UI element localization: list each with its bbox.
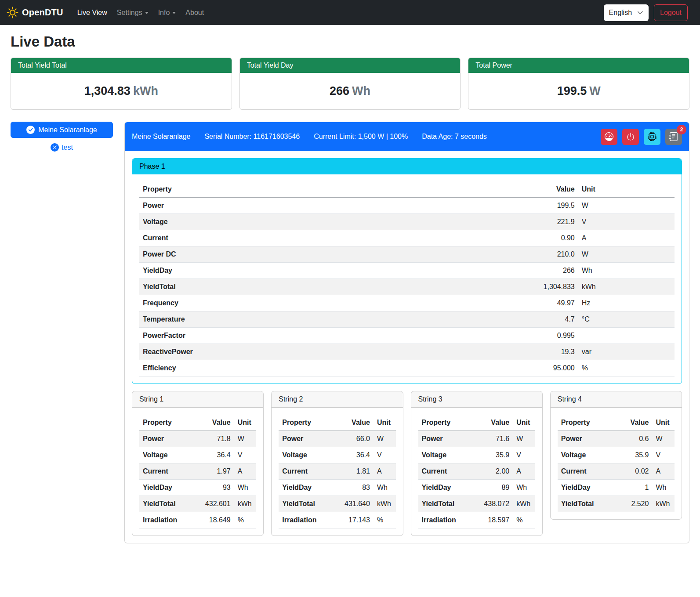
table-row: Irradiation 18.597 %	[418, 512, 535, 528]
x-circle-icon	[51, 143, 59, 152]
string-3-card: String 3 Property Value Unit	[411, 391, 543, 536]
phase-title: Phase 1	[132, 159, 682, 174]
card-unit: Wh	[352, 84, 370, 98]
table-row: PowerFactor 0.995	[139, 328, 675, 344]
inverter-item-label: test	[62, 144, 73, 152]
summary-cards: Total Yield Total 1,304.83kWh Total Yiel…	[11, 58, 689, 110]
event-count-badge: 2	[677, 125, 686, 134]
inverter-select-label: Meine Solaranlage	[38, 126, 97, 134]
table-row: YieldTotal 1,304.833 kWh	[139, 279, 675, 295]
check-circle-icon	[26, 126, 35, 134]
speedometer-icon	[605, 132, 613, 141]
table-row: YieldDay 93 Wh	[139, 480, 256, 496]
power-control-button[interactable]	[622, 129, 639, 145]
caret-down-icon	[172, 12, 176, 14]
table-row: YieldDay 83 Wh	[279, 480, 395, 496]
table-row: Power 71.8 W	[139, 431, 256, 447]
table-row: Current 0.90 A	[139, 230, 675, 246]
table-row: Power DC 210.0 W	[139, 246, 675, 263]
page-title: Live Data	[11, 33, 689, 50]
card-unit: kWh	[133, 84, 158, 98]
inverter-data-age: Data Age: 7 seconds	[422, 133, 487, 141]
table-row: Power 0.6 W	[558, 431, 675, 447]
inverter-limit: Current Limit: 1,500 W | 100%	[314, 133, 408, 141]
table-row: Irradiation 17.143 %	[279, 512, 395, 528]
brand-name: OpenDTU	[22, 7, 63, 18]
card-value: 199.5	[557, 84, 587, 98]
card-title: Total Yield Day	[240, 58, 461, 73]
card-total-yield-day: Total Yield Day 266Wh	[239, 58, 461, 110]
power-icon	[626, 132, 635, 141]
nav-live-view[interactable]: Live View	[74, 5, 111, 20]
logout-button[interactable]: Logout	[654, 4, 688, 21]
table-row: YieldDay 89 Wh	[418, 480, 535, 496]
table-row: Current 1.97 A	[139, 463, 256, 480]
table-row: Power 71.6 W	[418, 431, 535, 447]
table-row: Temperature 4.7 °C	[139, 311, 675, 328]
nav-settings[interactable]: Settings	[113, 5, 152, 20]
journal-text-icon	[669, 132, 678, 141]
table-row: Voltage 36.4 V	[139, 447, 256, 463]
string-1-table: Property Value Unit Power 71.	[139, 415, 256, 528]
inverter-card: Meine Solaranlage Serial Number: 1161716…	[124, 122, 689, 543]
nav-about[interactable]: About	[182, 5, 207, 20]
inverter-header: Meine Solaranlage Serial Number: 1161716…	[125, 122, 689, 151]
language-value: English	[609, 9, 632, 17]
inverter-select-button[interactable]: Meine Solaranlage	[11, 122, 113, 138]
table-row: ReactivePower 19.3 var	[139, 344, 675, 360]
table-row: Voltage 35.9 V	[558, 447, 675, 463]
col-unit: Unit	[578, 181, 675, 198]
table-row: Efficiency 95.000 %	[139, 360, 675, 376]
device-info-button[interactable]	[644, 129, 660, 145]
cpu-icon	[648, 132, 656, 141]
table-row: YieldTotal 431.640 kWh	[279, 496, 395, 512]
table-row: Voltage 221.9 V	[139, 214, 675, 230]
chevron-down-icon	[637, 10, 643, 16]
string-4-table: Property Value Unit Power 0.6	[558, 415, 675, 512]
table-row: Current 0.02 A	[558, 463, 675, 480]
table-row: YieldTotal 438.072 kWh	[418, 496, 535, 512]
card-value: 1,304.83	[84, 84, 131, 98]
language-select[interactable]: English	[604, 4, 649, 21]
string-4-card: String 4 Property Value Unit	[550, 391, 682, 520]
table-row: Voltage 36.4 V	[279, 447, 395, 463]
table-row: YieldDay 1 Wh	[558, 480, 675, 496]
table-row: Current 1.81 A	[279, 463, 395, 480]
event-log-button[interactable]: 2	[665, 129, 682, 145]
phase-table: Property Value Unit Power	[139, 181, 675, 376]
table-row: YieldTotal 2.520 kWh	[558, 496, 675, 512]
table-row: Irradiation 18.649 %	[139, 512, 256, 528]
inverter-item-test[interactable]: test	[11, 143, 113, 152]
table-row: YieldTotal 432.601 kWh	[139, 496, 256, 512]
string-1-card: String 1 Property Value Unit	[132, 391, 264, 536]
phase-1-panel: Phase 1 Property Value Unit	[132, 158, 682, 384]
nav-info[interactable]: Info	[155, 5, 180, 20]
table-row: YieldDay 266 Wh	[139, 263, 675, 279]
card-total-power: Total Power 199.5W	[468, 58, 689, 110]
string-title: String 4	[551, 391, 682, 408]
sun-logo-icon	[7, 7, 18, 18]
table-row: Voltage 35.9 V	[418, 447, 535, 463]
string-title: String 1	[132, 391, 263, 408]
string-2-table: Property Value Unit Power 66.	[279, 415, 395, 528]
table-row: Current 2.00 A	[418, 463, 535, 480]
col-value: Value	[402, 181, 578, 198]
top-navbar: OpenDTU Live View Settings Info About En…	[0, 0, 700, 25]
inverter-sidebar: Meine Solaranlage test	[11, 122, 124, 152]
brand[interactable]: OpenDTU	[7, 7, 63, 18]
card-total-yield-total: Total Yield Total 1,304.83kWh	[11, 58, 232, 110]
limit-settings-button[interactable]	[601, 129, 617, 145]
caret-down-icon	[145, 12, 149, 14]
strings-row: String 1 Property Value Unit	[132, 391, 682, 536]
inverter-name: Meine Solaranlage	[132, 133, 190, 141]
string-2-card: String 2 Property Value Unit	[271, 391, 403, 536]
string-title: String 2	[272, 391, 403, 408]
card-title: Total Yield Total	[11, 58, 232, 73]
inverter-serial: Serial Number: 116171603546	[204, 133, 300, 141]
col-property: Property	[139, 181, 402, 198]
table-row: Power 199.5 W	[139, 198, 675, 214]
inverter-actions: 2	[601, 129, 682, 145]
table-row: Power 66.0 W	[279, 431, 395, 447]
table-row: Frequency 49.97 Hz	[139, 295, 675, 311]
card-title: Total Power	[468, 58, 689, 73]
